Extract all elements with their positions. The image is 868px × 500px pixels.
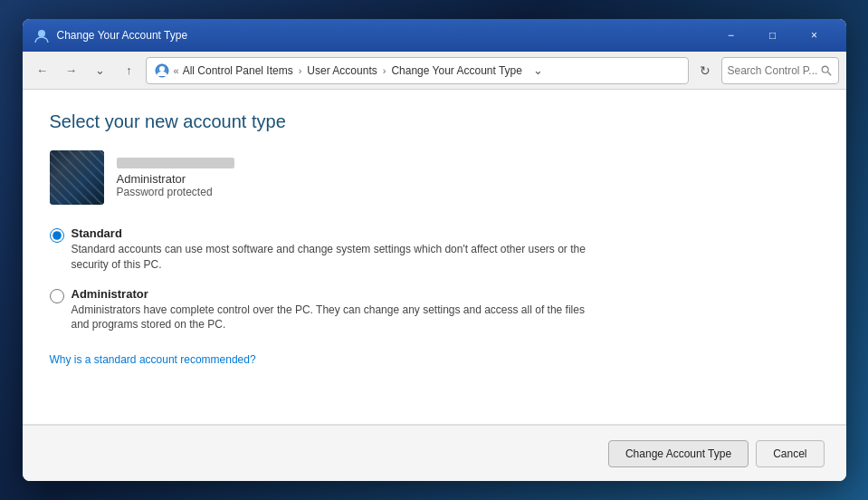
breadcrumb-all-control-panel[interactable]: All Control Panel Items [183, 64, 293, 77]
change-account-type-button[interactable]: Change Account Type [608, 440, 749, 467]
account-role: Administrator [117, 172, 234, 186]
recent-locations-button[interactable]: ⌄ [88, 58, 113, 83]
administrator-option: Administrator Administrators have comple… [50, 287, 819, 333]
svg-point-2 [159, 66, 165, 72]
administrator-option-text: Administrator Administrators have comple… [72, 287, 596, 333]
up-button[interactable]: ↑ [117, 58, 142, 83]
svg-point-0 [38, 30, 45, 37]
main-window: Change Your Account Type − □ × ← → ⌄ ↑ «… [23, 19, 846, 481]
standard-option: Standard Standard accounts can use most … [50, 226, 819, 273]
avatar-image [50, 150, 104, 205]
page-title: Select your new account type [50, 111, 819, 132]
account-name-blurred [117, 158, 234, 168]
main-content: Select your new account type Administrat… [23, 90, 846, 425]
cancel-button[interactable]: Cancel [756, 440, 824, 467]
search-box[interactable] [721, 57, 839, 84]
standard-label[interactable]: Standard [72, 226, 596, 240]
address-dropdown-button[interactable]: ⌄ [526, 57, 551, 84]
window-controls: − □ × [711, 19, 835, 52]
account-info: Administrator Password protected [50, 150, 819, 205]
close-button[interactable]: × [794, 19, 835, 52]
breadcrumb-current: Change Your Account Type [391, 64, 522, 77]
help-link[interactable]: Why is a standard account recommended? [50, 353, 256, 366]
account-details: Administrator Password protected [117, 158, 234, 198]
administrator-label[interactable]: Administrator [72, 287, 596, 301]
forward-button[interactable]: → [59, 58, 84, 83]
address-field[interactable]: « All Control Panel Items › User Account… [146, 57, 689, 84]
account-status: Password protected [117, 186, 234, 198]
breadcrumb-separator: « [174, 65, 179, 76]
sep-1: › [299, 65, 302, 76]
standard-option-text: Standard Standard accounts can use most … [72, 226, 596, 273]
account-type-options: Standard Standard accounts can use most … [50, 226, 819, 332]
addressbar: ← → ⌄ ↑ « All Control Panel Items › User… [23, 52, 846, 90]
window-icon [33, 27, 50, 43]
svg-point-3 [823, 66, 829, 72]
administrator-description: Administrators have complete control ove… [72, 303, 596, 333]
search-icon [821, 64, 832, 77]
refresh-button[interactable]: ↻ [692, 58, 718, 83]
breadcrumb-user-accounts[interactable]: User Accounts [307, 64, 377, 77]
window-title: Change Your Account Type [57, 29, 703, 42]
svg-line-4 [828, 72, 832, 75]
administrator-radio[interactable] [50, 289, 64, 303]
standard-description: Standard accounts can use most software … [72, 242, 596, 273]
back-button[interactable]: ← [30, 58, 55, 83]
standard-radio[interactable] [50, 228, 64, 243]
account-avatar [50, 150, 104, 205]
search-input[interactable] [728, 64, 818, 77]
titlebar: Change Your Account Type − □ × [23, 19, 846, 52]
sep-2: › [383, 65, 386, 76]
minimize-button[interactable]: − [711, 19, 752, 52]
maximize-button[interactable]: □ [752, 19, 794, 52]
footer: Change Account Type Cancel [23, 425, 846, 481]
control-panel-icon [154, 62, 170, 79]
